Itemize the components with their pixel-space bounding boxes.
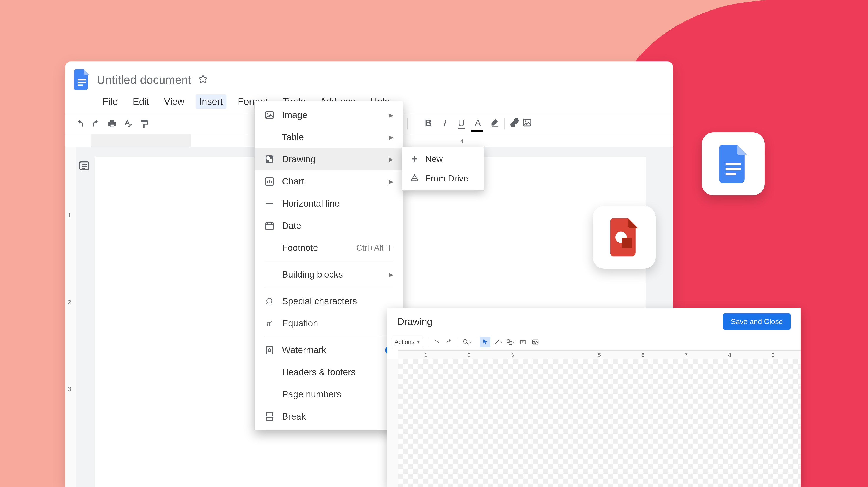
submenu-arrow-icon: ▶ bbox=[389, 156, 394, 163]
break-icon bbox=[264, 411, 275, 422]
insert-building-blocks-label: Building blocks bbox=[282, 269, 386, 280]
save-and-close-button[interactable]: Save and Close bbox=[723, 313, 791, 330]
insert-date[interactable]: Date bbox=[255, 215, 403, 237]
actions-label: Actions bbox=[395, 338, 414, 346]
textbox-tool[interactable] bbox=[517, 336, 528, 348]
svg-rect-0 bbox=[78, 79, 86, 80]
insert-footnote[interactable]: Footnote Ctrl+Alt+F bbox=[255, 237, 403, 259]
svg-rect-13 bbox=[269, 159, 273, 162]
underline-button[interactable]: U bbox=[456, 118, 467, 130]
vruler-tick: 3 bbox=[68, 386, 71, 393]
insert-headers-footers-label: Headers & footers bbox=[282, 367, 394, 378]
insert-horizontal-line[interactable]: Horizontal line bbox=[255, 193, 403, 215]
insert-page-numbers-label: Page numbers bbox=[282, 389, 394, 399]
chart-icon bbox=[264, 176, 275, 187]
insert-image[interactable]: Image ▶ bbox=[255, 104, 403, 126]
google-docs-badge bbox=[702, 132, 765, 195]
vertical-ruler[interactable]: 1 2 3 bbox=[65, 147, 76, 487]
insert-drawing-label: Drawing bbox=[282, 154, 386, 164]
drawing-redo-button[interactable] bbox=[443, 336, 455, 348]
insert-image-toolbar-button[interactable] bbox=[522, 118, 533, 130]
paint-format-button[interactable] bbox=[137, 116, 152, 131]
bold-button[interactable]: B bbox=[423, 118, 434, 130]
drawing-vertical-ruler[interactable] bbox=[387, 359, 398, 487]
drive-icon bbox=[410, 174, 419, 183]
insert-break[interactable]: Break bbox=[255, 405, 403, 427]
dp-rtick: 6 bbox=[641, 352, 644, 358]
svg-rect-23 bbox=[267, 346, 273, 354]
svg-point-4 bbox=[525, 121, 526, 122]
drawing-horizontal-ruler[interactable]: 1 2 3 5 6 7 8 9 bbox=[398, 351, 801, 359]
svg-rect-1 bbox=[78, 82, 86, 83]
dp-rtick: 7 bbox=[685, 352, 688, 358]
actions-dropdown[interactable]: Actions ▼ bbox=[391, 336, 424, 348]
drawing-from-drive-label: From Drive bbox=[425, 174, 476, 184]
svg-rect-24 bbox=[267, 413, 273, 416]
svg-point-42 bbox=[534, 341, 534, 342]
menu-edit[interactable]: Edit bbox=[129, 94, 153, 109]
insert-building-blocks[interactable]: Building blocks ▶ bbox=[255, 263, 403, 286]
drawing-undo-button[interactable] bbox=[431, 336, 442, 348]
pi-icon: π² bbox=[264, 318, 275, 329]
svg-rect-29 bbox=[725, 168, 741, 170]
insert-chart-label: Chart bbox=[282, 176, 386, 187]
dp-rtick: 2 bbox=[468, 352, 470, 358]
highlight-button[interactable] bbox=[489, 118, 500, 130]
insert-dropdown: Image ▶ Table ▶ Drawing ▶ Chart ▶ Horizo… bbox=[254, 101, 403, 430]
undo-button[interactable] bbox=[72, 116, 87, 131]
svg-rect-2 bbox=[78, 85, 83, 86]
line-tool[interactable]: ▾ bbox=[492, 336, 503, 348]
horizontal-line-icon bbox=[264, 198, 275, 209]
insert-equation-label: Equation bbox=[282, 318, 394, 329]
document-title[interactable]: Untitled document bbox=[97, 73, 191, 86]
insert-special-characters-label: Special characters bbox=[282, 296, 394, 306]
insert-drawing[interactable]: Drawing ▶ bbox=[255, 148, 403, 170]
italic-button[interactable]: I bbox=[439, 118, 451, 130]
drawing-canvas[interactable] bbox=[398, 359, 801, 487]
vruler-tick: 2 bbox=[68, 299, 71, 306]
image-icon bbox=[264, 110, 275, 120]
star-icon[interactable] bbox=[198, 74, 208, 85]
svg-rect-30 bbox=[725, 173, 736, 175]
svg-point-36 bbox=[507, 339, 510, 343]
insert-equation[interactable]: π² Equation bbox=[255, 312, 403, 334]
insert-break-label: Break bbox=[282, 411, 394, 422]
insert-special-characters[interactable]: Ω Special characters bbox=[255, 290, 403, 312]
insert-link-button[interactable] bbox=[509, 118, 520, 130]
insert-watermark[interactable]: Watermark N bbox=[255, 339, 403, 361]
insert-footnote-shortcut: Ctrl+Alt+F bbox=[356, 243, 394, 253]
select-tool[interactable] bbox=[479, 336, 491, 348]
google-drawings-badge bbox=[593, 206, 656, 269]
zoom-button[interactable]: ▾ bbox=[462, 336, 472, 348]
insert-chart[interactable]: Chart ▶ bbox=[255, 170, 403, 193]
spellcheck-button[interactable] bbox=[121, 116, 135, 131]
dp-rtick: 1 bbox=[424, 352, 427, 358]
docs-logo-icon bbox=[73, 68, 90, 91]
svg-rect-28 bbox=[725, 163, 741, 165]
menu-view[interactable]: View bbox=[160, 94, 188, 109]
insert-page-numbers[interactable]: Page numbers bbox=[255, 383, 403, 405]
insert-footnote-label: Footnote bbox=[282, 242, 356, 253]
insert-table-label: Table bbox=[282, 132, 386, 142]
insert-headers-footers[interactable]: Headers & footers bbox=[255, 361, 403, 383]
document-outline-icon[interactable] bbox=[79, 160, 90, 172]
submenu-arrow-icon: ▶ bbox=[389, 134, 394, 141]
drawing-from-drive[interactable]: From Drive bbox=[402, 169, 484, 188]
drawing-new[interactable]: New bbox=[402, 149, 484, 169]
ruler-tick: 4 bbox=[460, 138, 464, 145]
insert-table[interactable]: Table ▶ bbox=[255, 126, 403, 148]
watermark-icon bbox=[264, 345, 275, 355]
svg-rect-25 bbox=[267, 417, 273, 420]
insert-image-tool[interactable] bbox=[530, 336, 541, 348]
drawing-dialog-title: Drawing bbox=[397, 316, 432, 327]
submenu-arrow-icon: ▶ bbox=[389, 271, 394, 278]
shape-tool[interactable]: ▾ bbox=[505, 336, 516, 348]
print-button[interactable] bbox=[105, 116, 119, 131]
menu-insert[interactable]: Insert bbox=[196, 94, 226, 109]
dp-rtick: 9 bbox=[772, 352, 774, 358]
insert-hline-label: Horizontal line bbox=[282, 198, 394, 209]
menu-file[interactable]: File bbox=[99, 94, 121, 109]
text-color-button[interactable]: A bbox=[472, 118, 484, 130]
redo-button[interactable] bbox=[89, 116, 103, 131]
drawing-icon bbox=[264, 154, 275, 164]
